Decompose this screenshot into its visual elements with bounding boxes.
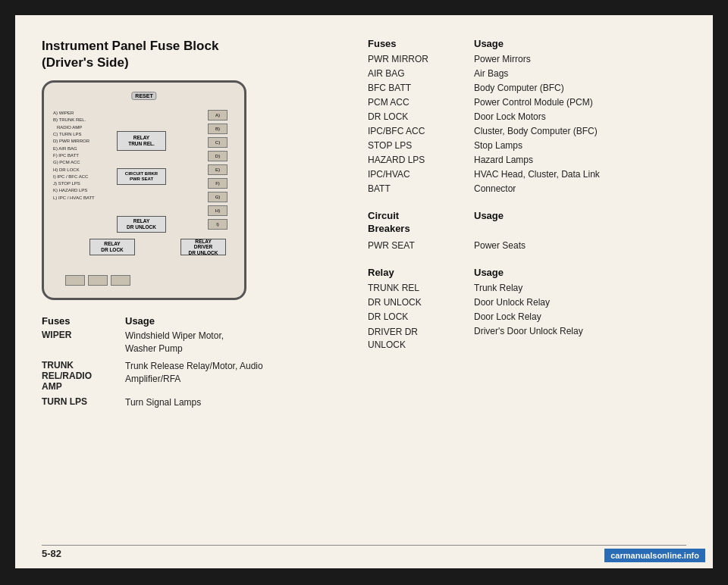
fuse-usage-turnlps: Turn Signal Lamps <box>125 396 322 409</box>
right-fuse-col-header: Fuses <box>368 38 474 49</box>
relay-usage-col-header: Usage <box>474 267 679 278</box>
page-title: Instrument Panel Fuse Block (Driver's Si… <box>42 38 337 71</box>
left-table-row: TRUNKREL/RADIOAMP Trunk Release Relay/Mo… <box>42 360 322 392</box>
relay-row-trunk: TRUNK REL Trunk Relay <box>368 283 679 293</box>
right-fuse-header-row: Fuses Usage <box>368 38 679 49</box>
left-table-row: TURN LPS Turn Signal Lamps <box>42 396 322 409</box>
relay-row-drunlock: DR UNLOCK Door Unlock Relay <box>368 297 679 308</box>
right-column: Fuses Usage PWR MIRROR Power Mirrors AIR… <box>337 38 679 355</box>
relay-trunk-box: RELAYTRUN REL. <box>117 131 166 151</box>
bottom-divider <box>42 545 686 546</box>
reset-button-label: RESET <box>131 92 156 100</box>
relay-row-driver: DRIVER DRUNLOCK Driver's Door Unlock Rel… <box>368 326 679 352</box>
right-fuse-row: IPC/HVAC HVAC Head, Cluster, Data Link <box>368 169 679 180</box>
relays-header-row: Relay Usage <box>368 267 679 278</box>
left-fuse-header: Fuses <box>42 315 125 327</box>
fuse-labels-list: A) WIPER B) TRUNK REL. RADIO AMP C) TURN… <box>53 110 95 202</box>
circuit-breakers-usage-header: Usage <box>474 210 679 236</box>
fuse-name-wiper: WIPER <box>42 330 125 355</box>
relay-drunlock-box: RELAYDR UNLOCK <box>117 216 166 233</box>
right-fuse-row-stop-lps: STOP LPS Stop Lamps <box>368 140 679 151</box>
circuit-breakers-col-header: CircuitBreakers <box>368 210 474 236</box>
fuse-name-turnlps: TURN LPS <box>42 396 125 409</box>
fuse-usage-trunk: Trunk Release Relay/Motor, AudioAmplifie… <box>125 360 322 392</box>
circuit-breaker-row: PWR SEAT Power Seats <box>368 240 679 251</box>
right-fuse-row: AIR BAG Air Bags <box>368 68 679 79</box>
left-column: Instrument Panel Fuse Block (Driver's Si… <box>42 38 337 414</box>
right-fuse-row: PWR MIRROR Power Mirrors <box>368 54 679 64</box>
right-fuse-row: IPC/BFC ACC Cluster, Body Computer (BFC) <box>368 126 679 136</box>
relay-driver-box: RELAYDRIVERDR UNLOCK <box>180 239 226 255</box>
fuse-usage-wiper: Windshield Wiper Motor,Washer Pump <box>125 330 322 355</box>
fuse-slots-right: A) B) C) D) E) F) G) H) I) <box>208 110 228 233</box>
page-number: 5-82 <box>42 548 61 559</box>
right-fuse-row: PCM ACC Power Control Module (PCM) <box>368 97 679 108</box>
relay-row-drlock: DR LOCK Door Lock Relay <box>368 311 679 322</box>
left-fuse-table: Fuses Usage WIPER Windshield Wiper Motor… <box>42 315 322 408</box>
circuit-breakers-header-row: CircuitBreakers Usage <box>368 210 679 236</box>
relay-col-header: Relay <box>368 267 474 278</box>
right-fuse-row: BFC BATT Body Computer (BFC) <box>368 83 679 93</box>
watermark: carmanualsonline.info <box>604 549 705 562</box>
right-fuse-row: BATT Connector <box>368 183 679 194</box>
fuse-block-diagram: RESET A) WIPER B) TRUNK REL. RADIO AMP C… <box>42 80 246 300</box>
right-fuse-row: DR LOCK Door Lock Motors <box>368 111 679 122</box>
relay-drlock-box: RELAYDR LOCK <box>89 239 135 255</box>
left-usage-header: Usage <box>125 315 322 327</box>
right-usage-col-header: Usage <box>474 38 679 49</box>
right-fuse-row: HAZARD LPS Hazard Lamps <box>368 155 679 165</box>
circuit-breaker-box: CIRCUIT BRKRPWR SEAT <box>117 168 166 185</box>
fuse-slots-bottom <box>65 275 130 286</box>
fuse-name-trunk: TRUNKREL/RADIOAMP <box>42 360 125 392</box>
left-table-row: WIPER Windshield Wiper Motor,Washer Pump <box>42 330 322 355</box>
main-page: Instrument Panel Fuse Block (Driver's Si… <box>15 15 713 568</box>
